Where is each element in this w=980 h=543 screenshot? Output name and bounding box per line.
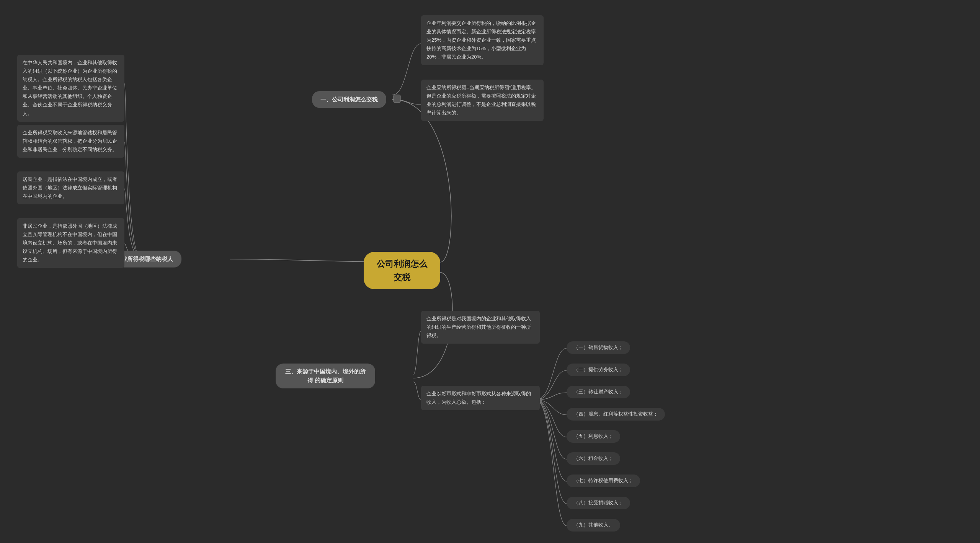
leaf1b-node: 企业应纳所得税额=当期应纳税所得额*适用税率。但是企业的应税所得额，需要按照税法… (421, 80, 544, 121)
income-item-1: （一）销售货物收入； (567, 341, 630, 354)
income-item-4: （四）股息、红利等权益性投资收益； (567, 408, 665, 421)
income-item-8: （八）接受捐赠收入； (567, 497, 630, 509)
income-item-7: （七）特许权使用费收入； (567, 475, 640, 487)
income-item-3: （三）转让财产收入； (567, 386, 630, 398)
branch3-node: 三、来源于中国境内、境外的所得 的确定原则 (276, 364, 375, 388)
leaf3a-node: 企业所得税是对我国境内的企业和其他取得收入的组织的生产经营所得和其他所得征收的一… (421, 311, 540, 344)
leaf3b-node: 企业以货币形式和非货币形式从各种来源取得的收入，为收入总额。包括： (421, 386, 540, 410)
svg-rect-0 (394, 95, 400, 103)
income-item-5: （五）利息收入； (567, 430, 620, 443)
leaf2a-node: 在中华人民共和国境内，企业和其他取得收入的组织（以下统称企业）为企业所得税的纳税… (17, 55, 124, 122)
income-item-2: （二）提供劳务收入； (567, 364, 630, 376)
center-node: 公司利润怎么交税 (364, 252, 440, 289)
leaf2b-node: 企业所得税采取收入来源地管辖权和居民管辖权相结合的双管辖权，把企业分为居民企业和… (17, 125, 124, 158)
income-item-6: （六）租金收入； (567, 452, 620, 465)
leaf2c-node: 居民企业，是指依法在中国境内成立，或者依照外国（地区）法律成立但实际管理机构在中… (17, 171, 124, 204)
income-item-9: （九）其他收入。 (567, 519, 620, 532)
leaf2d-node: 非居民企业，是指依照外国（地区）法律成立且实际管理机构不在中国境内，但在中国境内… (17, 218, 124, 268)
branch1-node: 一、公司利润怎么交税 (312, 91, 386, 108)
leaf1a-node: 企业年利润要交企业所得税的，缴纳的比例根据企业的具体情况而定。新企业所得税法规定… (421, 15, 544, 65)
